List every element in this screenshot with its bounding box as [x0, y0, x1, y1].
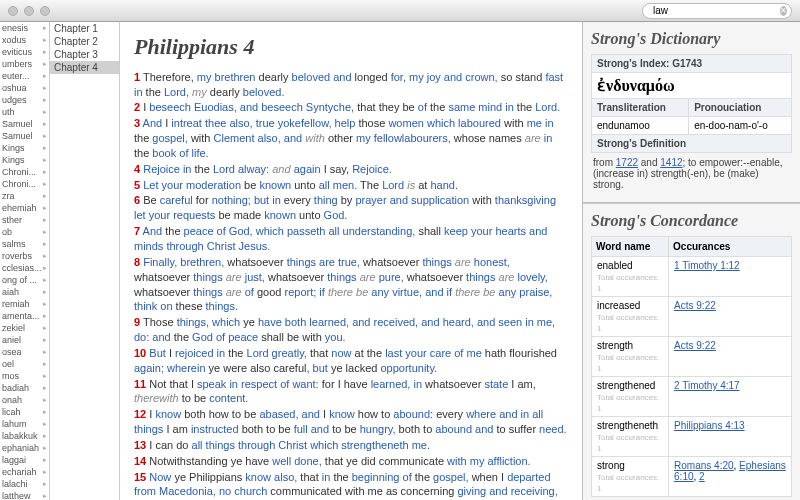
chapter-item[interactable]: Chapter 4 [50, 61, 119, 74]
ref-link[interactable]: Philippians 4:13 [674, 420, 745, 431]
word-cell: strengthenedTotal occurances: 1 [592, 377, 669, 417]
book-item[interactable]: uth▸ [0, 106, 49, 118]
def-link-2[interactable]: 1412 [660, 157, 682, 168]
definition-text: from 1722 and 1412; to empower:--enable,… [591, 153, 792, 194]
book-item[interactable]: sther▸ [0, 214, 49, 226]
ref-link[interactable]: 2 [699, 471, 705, 482]
book-item[interactable]: Chroni...▸ [0, 166, 49, 178]
book-item[interactable]: onah▸ [0, 394, 49, 406]
chevron-right-icon: ▸ [43, 252, 47, 260]
verse[interactable]: 10 But I rejoiced in the Lord greatly, t… [134, 346, 568, 376]
book-item[interactable]: Kings▸ [0, 154, 49, 166]
book-item[interactable]: eviticus▸ [0, 46, 49, 58]
book-item[interactable]: cclesias...▸ [0, 262, 49, 274]
book-item[interactable]: lalachi▸ [0, 478, 49, 490]
verse[interactable]: 14 Notwithstanding ye have well done, th… [134, 454, 568, 469]
book-item[interactable]: oel▸ [0, 358, 49, 370]
book-item[interactable]: ephaniah▸ [0, 442, 49, 454]
verse-number: 4 [134, 163, 140, 175]
book-item[interactable]: salms▸ [0, 238, 49, 250]
book-item[interactable]: Samuel▸ [0, 130, 49, 142]
chevron-right-icon: ▸ [43, 468, 47, 476]
concordance-row: increasedTotal occurances: 1Acts 9:22 [592, 297, 792, 337]
verse[interactable]: 4 Rejoice in the Lord alway: and again I… [134, 162, 568, 177]
book-item[interactable]: licah▸ [0, 406, 49, 418]
chevron-right-icon: ▸ [43, 24, 47, 32]
chevron-right-icon: ▸ [43, 48, 47, 56]
book-item[interactable]: latthew▸ [0, 490, 49, 500]
zoom-icon[interactable] [40, 6, 50, 16]
verse[interactable]: 13 I can do all things through Christ wh… [134, 438, 568, 453]
verse[interactable]: 11 Not that I speak in respect of want: … [134, 377, 568, 407]
word-cell: strongTotal occurances: 1 [592, 457, 669, 497]
refs-cell: 2 Timothy 4:17 [669, 377, 792, 417]
verse[interactable]: 6 Be careful for nothing; but in every t… [134, 193, 568, 223]
ref-link[interactable]: Acts 9:22 [674, 340, 716, 351]
minimize-icon[interactable] [24, 6, 34, 16]
ref-link[interactable]: Romans 4:20 [674, 460, 733, 471]
book-item[interactable]: mos▸ [0, 370, 49, 382]
chevron-right-icon: ▸ [43, 240, 47, 248]
verse[interactable]: 5 Let your moderation be known unto all … [134, 178, 568, 193]
concordance-row: enabledTotal occurances: 11 Timothy 1:12 [592, 257, 792, 297]
book-list[interactable]: enesis▸xodus▸eviticus▸umbers▸euter...▸os… [0, 22, 50, 500]
verse[interactable]: 9 Those things, which ye have both learn… [134, 315, 568, 345]
chapter-list[interactable]: Chapter 1Chapter 2Chapter 3Chapter 4 [50, 22, 120, 500]
chapter-item[interactable]: Chapter 3 [50, 48, 119, 61]
book-item[interactable]: laggai▸ [0, 454, 49, 466]
book-item[interactable]: osea▸ [0, 346, 49, 358]
chevron-right-icon: ▸ [43, 420, 47, 428]
search-input[interactable] [653, 5, 780, 16]
chevron-right-icon: ▸ [43, 108, 47, 116]
book-item[interactable]: ob▸ [0, 226, 49, 238]
chapter-item[interactable]: Chapter 2 [50, 35, 119, 48]
book-item[interactable]: ehemiah▸ [0, 202, 49, 214]
verse[interactable]: 8 Finally, brethren, whatsoever things a… [134, 255, 568, 314]
chevron-right-icon: ▸ [43, 96, 47, 104]
book-item[interactable]: zra▸ [0, 190, 49, 202]
book-item[interactable]: zekiel▸ [0, 322, 49, 334]
verse[interactable]: 2 I beseech Euodias, and beseech Syntych… [134, 100, 568, 115]
ref-link[interactable]: 2 Timothy 4:17 [674, 380, 740, 391]
book-item[interactable]: remiah▸ [0, 298, 49, 310]
ref-link[interactable]: Acts 9:22 [674, 300, 716, 311]
verse[interactable]: 3 And I intreat thee also, true yokefell… [134, 116, 568, 161]
search-field[interactable]: ✕ [642, 3, 792, 19]
book-item[interactable]: badiah▸ [0, 382, 49, 394]
book-item[interactable]: aiah▸ [0, 286, 49, 298]
book-item[interactable]: udges▸ [0, 94, 49, 106]
book-item[interactable]: echariah▸ [0, 466, 49, 478]
book-item[interactable]: umbers▸ [0, 58, 49, 70]
book-item[interactable]: Kings▸ [0, 142, 49, 154]
verse[interactable]: 7 And the peace of God, which passeth al… [134, 224, 568, 254]
verse[interactable]: 1 Therefore, my brethren dearly beloved … [134, 70, 568, 100]
book-item[interactable]: euter...▸ [0, 70, 49, 82]
book-item[interactable]: roverbs▸ [0, 250, 49, 262]
chevron-right-icon: ▸ [43, 168, 47, 176]
verse[interactable]: 15 Now ye Philippians know also, that in… [134, 470, 568, 500]
book-item[interactable]: lahum▸ [0, 418, 49, 430]
chapter-title: Philippians 4 [134, 32, 568, 62]
book-item[interactable]: Samuel▸ [0, 118, 49, 130]
book-item[interactable]: labakkuk▸ [0, 430, 49, 442]
chapter-item[interactable]: Chapter 1 [50, 22, 119, 35]
chevron-right-icon: ▸ [43, 72, 47, 80]
chevron-right-icon: ▸ [43, 228, 47, 236]
verse-number: 10 [134, 347, 146, 359]
verse[interactable]: 12 I know both how to be abased, and I k… [134, 407, 568, 437]
book-item[interactable]: Chroni...▸ [0, 178, 49, 190]
book-item[interactable]: oshua▸ [0, 82, 49, 94]
verse-number: 12 [134, 408, 146, 420]
book-item[interactable]: xodus▸ [0, 34, 49, 46]
def-link-1[interactable]: 1722 [616, 157, 638, 168]
strongs-index: Strong's Index: G1743 [592, 55, 792, 73]
chevron-right-icon: ▸ [43, 312, 47, 320]
book-item[interactable]: enesis▸ [0, 22, 49, 34]
chevron-right-icon: ▸ [43, 216, 47, 224]
book-item[interactable]: ong of ...▸ [0, 274, 49, 286]
book-item[interactable]: aniel▸ [0, 334, 49, 346]
ref-link[interactable]: 1 Timothy 1:12 [674, 260, 740, 271]
clear-search-icon[interactable]: ✕ [780, 6, 787, 16]
close-icon[interactable] [8, 6, 18, 16]
book-item[interactable]: amenta...▸ [0, 310, 49, 322]
